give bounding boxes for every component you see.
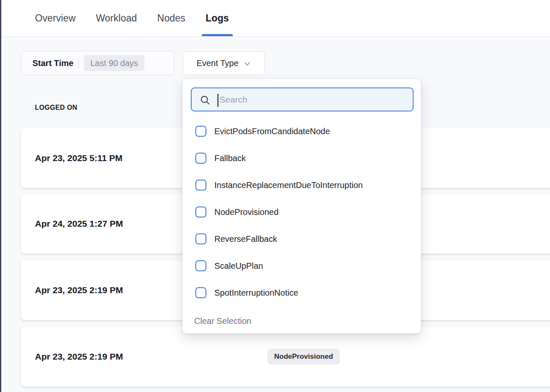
option-label: EvictPodsFromCandidateNode [214, 127, 330, 136]
divider [78, 58, 79, 69]
text-caret [217, 94, 219, 107]
logged-on-value: Apr 23, 2025 2:19 PM [35, 285, 123, 295]
option-reverse-fallback[interactable]: ReverseFallback [183, 225, 421, 252]
option-label: ReverseFallback [214, 234, 277, 244]
option-evict-pods-from-candidate-node[interactable]: EvictPodsFromCandidateNode [183, 118, 421, 145]
logged-on-value: Apr 23, 2025 5:11 PM [35, 153, 123, 163]
option-node-provisioned[interactable]: NodeProvisioned [183, 199, 421, 225]
checkbox-unchecked-icon[interactable] [195, 126, 206, 137]
option-scale-up-plan[interactable]: ScaleUpPlan [183, 252, 421, 279]
option-instance-replacement-due-to-interruption[interactable]: InstanceReplacementDueToInterruption [183, 172, 421, 199]
option-label: ScaleUpPlan [214, 261, 263, 271]
tab-workload[interactable]: Workload [96, 0, 137, 36]
start-time-label: Start Time [32, 58, 73, 68]
logged-on-value: Apr 23, 2025 2:19 PM [35, 352, 123, 362]
checkbox-unchecked-icon[interactable] [195, 233, 206, 244]
column-header-logged-on: LOGGED ON [35, 104, 77, 111]
chevron-down-icon [243, 60, 251, 68]
option-fallback[interactable]: Fallback [183, 145, 421, 172]
event-type-dropdown: EvictPodsFromCandidateNode Fallback Inst… [182, 79, 421, 334]
checkbox-unchecked-icon[interactable] [195, 287, 206, 298]
start-time-filter[interactable]: Start Time Last 90 days [21, 51, 174, 75]
checkbox-unchecked-icon[interactable] [195, 153, 206, 164]
start-time-value[interactable]: Last 90 days [84, 55, 144, 71]
event-type-badge: NodeProvisioned [267, 349, 340, 365]
tab-logs[interactable]: Logs [206, 0, 229, 36]
option-label: Fallback [214, 154, 246, 163]
tab-nodes[interactable]: Nodes [157, 0, 185, 36]
option-spot-interruption-notice[interactable]: SpotInterruptionNotice [183, 279, 421, 306]
search-input[interactable] [192, 88, 413, 111]
option-label: InstanceReplacementDueToInterruption [214, 180, 363, 190]
tab-overview[interactable]: Overview [35, 0, 76, 36]
option-label: SpotInterruptionNotice [214, 288, 298, 298]
logged-on-value: Apr 24, 2025 1:27 PM [35, 219, 123, 229]
log-row[interactable]: Apr 23, 2025 2:19 PM NodeProvisioned [21, 327, 550, 387]
checkbox-unchecked-icon[interactable] [195, 180, 206, 191]
checkbox-unchecked-icon[interactable] [195, 207, 206, 217]
window-left-edge [0, 0, 1, 392]
event-type-options: EvictPodsFromCandidateNode Fallback Inst… [183, 111, 421, 306]
search-icon [199, 94, 211, 108]
event-type-label: Event Type [197, 58, 239, 68]
search-field[interactable] [191, 87, 414, 111]
logs-page: Overview Workload Nodes Logs Start Time … [0, 0, 550, 392]
tab-bar: Overview Workload Nodes Logs [1, 0, 550, 37]
event-type-filter-button[interactable]: Event Type [183, 51, 265, 75]
option-label: NodeProvisioned [214, 207, 278, 217]
checkbox-unchecked-icon[interactable] [195, 260, 206, 271]
clear-selection-button[interactable]: Clear Selection [194, 313, 251, 329]
